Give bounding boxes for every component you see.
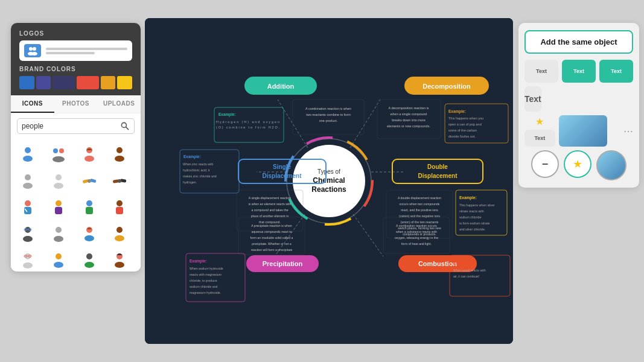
icon-cell-18[interactable] xyxy=(46,249,71,272)
svg-point-0 xyxy=(29,47,33,51)
rp-text-item-3[interactable]: Text xyxy=(599,60,633,83)
icon-cell-9[interactable] xyxy=(16,195,40,220)
icon-cell-3[interactable] xyxy=(77,142,101,167)
svg-text:breaks down into more: breaks down into more xyxy=(392,118,426,122)
svg-text:A combustion reaction occurs: A combustion reaction occurs xyxy=(396,224,437,227)
svg-rect-31 xyxy=(86,207,93,214)
search-icon[interactable] xyxy=(120,121,130,131)
icon-cell-11[interactable] xyxy=(77,195,101,220)
svg-point-8 xyxy=(53,148,58,153)
rp-text-item-small[interactable]: Text xyxy=(524,130,555,147)
icon-cell-19[interactable] xyxy=(77,249,101,272)
icon-cell-4[interactable] xyxy=(107,142,132,167)
svg-text:This happens when silver: This happens when silver xyxy=(459,203,495,207)
center-canvas: Types of Chemical Reactions Addition Exa… xyxy=(145,18,513,344)
svg-point-15 xyxy=(25,174,31,180)
rp-text-item-1[interactable]: Text xyxy=(524,60,558,83)
rp-circle-minus[interactable]: − xyxy=(531,150,559,178)
mindmap-svg: Types of Chemical Reactions Addition Exa… xyxy=(145,18,513,344)
svg-rect-33 xyxy=(116,207,123,214)
svg-point-45 xyxy=(25,253,31,259)
svg-text:Double: Double xyxy=(427,164,448,170)
icon-cell-12[interactable] xyxy=(107,195,132,220)
svg-point-43 xyxy=(116,227,123,233)
rp-text-label-1: Text xyxy=(536,68,547,74)
svg-text:when a single compound: when a single compound xyxy=(390,112,427,116)
rp-dots-icon[interactable]: ⋯ xyxy=(623,125,633,137)
icon-cell-10[interactable] xyxy=(46,195,71,220)
rp-image-col xyxy=(559,115,620,147)
icon-cell-7[interactable] xyxy=(77,169,101,193)
svg-point-40 xyxy=(54,236,63,242)
svg-text:Displacement: Displacement xyxy=(262,173,302,179)
swatch-2[interactable] xyxy=(36,76,51,89)
svg-text:reaction will form a precipita: reaction will form a precipitate xyxy=(251,248,293,252)
svg-text:magnesium hydroxide.: magnesium hydroxide. xyxy=(190,291,221,294)
swatch-6[interactable] xyxy=(117,76,132,89)
svg-text:When wood reacts with: When wood reacts with xyxy=(453,268,486,272)
icon-cell-2[interactable] xyxy=(46,142,71,167)
svg-point-10 xyxy=(53,156,65,162)
person-icon-12 xyxy=(110,198,129,217)
svg-text:Example:: Example: xyxy=(448,109,466,114)
rp-circle-star[interactable]: ★ xyxy=(564,150,591,178)
svg-text:one product.: one product. xyxy=(319,119,338,122)
tab-photos[interactable]: PHOTOS xyxy=(54,95,98,113)
person-icon-14 xyxy=(49,225,68,243)
svg-text:Example:: Example: xyxy=(218,112,236,117)
rp-star-icon[interactable]: ★ xyxy=(524,116,555,127)
icon-cell-1[interactable] xyxy=(16,142,40,167)
svg-text:This happens when you: This happens when you xyxy=(448,116,483,120)
icon-cell-20[interactable] xyxy=(107,249,132,272)
svg-point-49 xyxy=(56,253,62,259)
svg-text:nitrate reacts with: nitrate reacts with xyxy=(459,209,484,213)
svg-text:some of the carbon: some of the carbon xyxy=(448,129,477,132)
people-icon xyxy=(27,46,39,56)
swatch-5[interactable] xyxy=(101,76,116,89)
add-same-object-button[interactable]: Add the same object xyxy=(524,30,633,54)
svg-text:sodium chloride and: sodium chloride and xyxy=(190,285,218,288)
logo-line-2 xyxy=(46,52,95,54)
svg-text:A combination reaction is when: A combination reaction is when xyxy=(305,107,351,110)
icon-cell-15[interactable] xyxy=(77,222,101,246)
tab-icons[interactable]: ICONS xyxy=(11,95,54,113)
svg-text:is when an element reacts with: is when an element reacts with xyxy=(249,202,292,206)
glasses-person-2 xyxy=(19,252,37,270)
icon-cell-13[interactable] xyxy=(16,222,40,246)
person-icon-6 xyxy=(49,172,68,190)
rp-text-item-2[interactable]: Text xyxy=(562,60,596,83)
svg-point-24 xyxy=(118,179,121,183)
rp-circle-image[interactable] xyxy=(596,150,626,180)
svg-line-5 xyxy=(126,127,129,130)
rp-image-thumbnail[interactable] xyxy=(559,115,607,147)
logos-label: LOGOS xyxy=(19,30,132,37)
svg-text:Example:: Example: xyxy=(183,154,201,159)
icon-cell-17[interactable] xyxy=(16,249,40,272)
svg-text:Example:: Example: xyxy=(453,261,471,265)
icon-cell-6[interactable] xyxy=(46,169,71,193)
icon-cell-8[interactable] xyxy=(107,169,132,193)
icon-cell-16[interactable] xyxy=(107,222,132,246)
search-input[interactable] xyxy=(22,122,118,130)
svg-text:A single-displacement reaction: A single-displacement reaction xyxy=(249,196,291,200)
color-swatches xyxy=(19,76,132,89)
svg-point-50 xyxy=(54,262,63,268)
swatch-3[interactable] xyxy=(53,76,75,89)
svg-point-16 xyxy=(23,183,33,189)
swatch-4[interactable] xyxy=(77,76,99,89)
svg-point-13 xyxy=(116,147,123,153)
tab-uploads[interactable]: UPLOADS xyxy=(97,95,141,113)
svg-text:reacts with magnesium: reacts with magnesium xyxy=(190,273,222,276)
rp-text-label-2: Text xyxy=(573,68,584,74)
swatch-1[interactable] xyxy=(19,76,34,89)
star-symbol: ★ xyxy=(535,116,544,127)
person-icon-4 xyxy=(110,145,129,164)
icon-cell-14[interactable] xyxy=(46,222,71,246)
icon-cell-5[interactable] xyxy=(16,169,40,193)
brand-colors-label: BRAND COLORS xyxy=(19,66,132,72)
rp-text-large[interactable]: Text xyxy=(524,86,541,112)
svg-text:sodium chloride: sodium chloride xyxy=(459,215,481,219)
icon-grid xyxy=(11,139,141,272)
svg-text:to form-sodium nitrate: to form-sodium nitrate xyxy=(459,221,490,225)
svg-text:oxygen, releasing energy in th: oxygen, releasing energy in the xyxy=(395,236,438,240)
